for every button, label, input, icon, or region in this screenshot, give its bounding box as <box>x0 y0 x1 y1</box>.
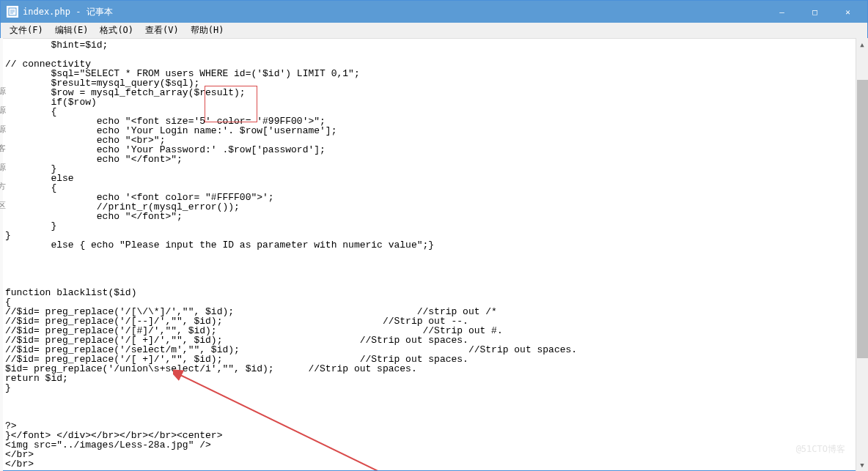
gutter-marks: 源 源 源 客 源 方 区 <box>0 82 6 215</box>
close-button[interactable]: ✕ <box>831 1 864 22</box>
menu-file[interactable]: 文件(F) <box>4 23 49 38</box>
notepad-window: index.php - 记事本 — □ ✕ 文件(F) 编辑(E) 格式(O) … <box>0 0 868 471</box>
scroll-thumb[interactable] <box>857 80 868 358</box>
scroll-up-button[interactable]: ▲ <box>856 38 868 51</box>
menu-help[interactable]: 帮助(H) <box>185 23 230 38</box>
menu-format[interactable]: 格式(O) <box>94 23 139 38</box>
minimize-button[interactable]: — <box>765 1 798 22</box>
watermark-text: @51CTO博客 <box>796 443 845 456</box>
menu-view[interactable]: 查看(V) <box>139 23 185 38</box>
window-controls: — □ ✕ <box>765 1 864 22</box>
vertical-scrollbar[interactable]: ▲ ▼ <box>856 38 868 471</box>
maximize-button[interactable]: □ <box>798 1 831 22</box>
editor-content-area: $hint=$id; // connectivity $sql="SELECT … <box>1 39 867 470</box>
text-editor[interactable]: $hint=$id; // connectivity $sql="SELECT … <box>1 39 867 470</box>
menu-bar: 文件(F) 编辑(E) 格式(O) 查看(V) 帮助(H) <box>1 23 867 39</box>
window-title: index.php - 记事本 <box>23 6 765 18</box>
title-bar[interactable]: index.php - 记事本 — □ ✕ <box>1 1 867 23</box>
left-gutter: 源 源 源 客 源 方 区 <box>0 38 3 471</box>
menu-edit[interactable]: 编辑(E) <box>49 23 95 38</box>
scroll-down-button[interactable]: ▼ <box>856 459 868 471</box>
notepad-icon <box>7 6 18 18</box>
